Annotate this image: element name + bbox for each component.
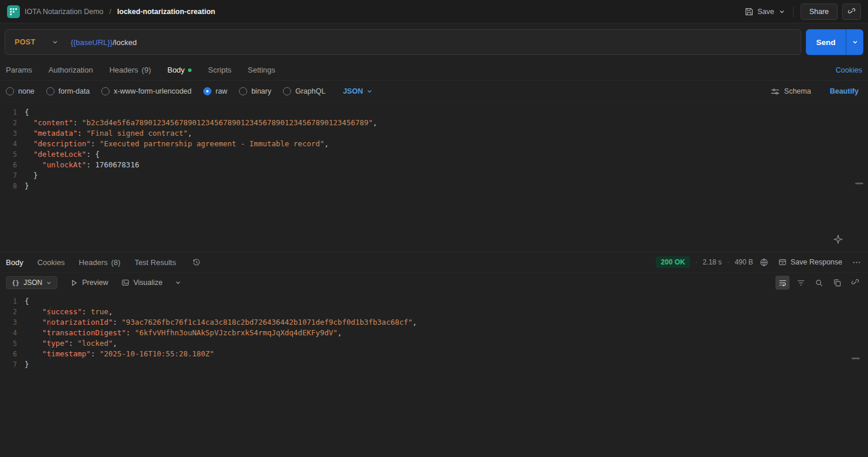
copy-link-button[interactable] [842, 4, 861, 20]
visualize-button[interactable]: Visualize [121, 279, 163, 287]
code-line: 7 } [0, 170, 868, 181]
send-button[interactable]: Send [806, 29, 846, 55]
body-content-dot [188, 68, 192, 72]
request-body-editor[interactable]: 1{2 "content": "b2c3d4e5f6a7890123456789… [0, 102, 868, 252]
line-number: 5 [0, 149, 25, 160]
breadcrumb-workspace[interactable]: IOTA Notarization Demo [25, 8, 104, 16]
tab-count: (8) [111, 258, 121, 267]
visualize-options-button[interactable] [171, 276, 185, 290]
tab-body[interactable]: Body [168, 66, 192, 74]
cookies-link[interactable]: Cookies [836, 66, 862, 74]
network-info-button[interactable] [758, 258, 770, 267]
line-number: 6 [0, 160, 25, 170]
line-number: 4 [0, 328, 25, 338]
code-line: 7} [0, 359, 868, 370]
response-toolbar: {} JSON Preview Visualize [0, 273, 868, 293]
tab-authorization[interactable]: Authorization [49, 66, 93, 74]
workspace-logo-icon[interactable] [7, 5, 20, 18]
language-label: JSON [343, 87, 363, 95]
breadcrumb-request-name[interactable]: locked-notarization-creation [117, 8, 215, 16]
save-button[interactable]: Save [743, 5, 777, 18]
response-scrollbar-handle[interactable] [852, 358, 860, 359]
history-icon [192, 258, 201, 267]
postbot-icon[interactable] [833, 234, 843, 245]
tab-scripts[interactable]: Scripts [208, 66, 231, 74]
line-number: 4 [0, 139, 25, 149]
wrap-text-button[interactable] [775, 276, 790, 290]
more-icon [852, 258, 861, 267]
line-number: 1 [0, 296, 25, 307]
body-type-urlencoded[interactable]: x-www-form-urlencoded [101, 87, 192, 95]
url-input[interactable]: {{baseURL}} /locked [66, 38, 137, 47]
more-options-button[interactable] [851, 258, 862, 267]
image-icon [121, 279, 129, 287]
save-response-icon [778, 258, 787, 266]
tab-label: Cookies [37, 258, 65, 267]
save-response-button[interactable]: Save Response [775, 257, 846, 267]
method-label: POST [15, 38, 36, 46]
response-tab-headers[interactable]: Headers (8) [79, 258, 121, 267]
response-tab-test-results[interactable]: Test Results [135, 258, 176, 267]
code-line: 1{ [0, 107, 868, 118]
code-line: 3 "notarizationId": "93ac7626fbc76f1c14c… [0, 317, 868, 328]
response-format-select[interactable]: {} JSON [6, 276, 57, 289]
response-history-button[interactable] [192, 258, 201, 267]
tab-label: Body [168, 66, 185, 74]
line-number: 2 [0, 118, 25, 128]
radio-icon [46, 87, 54, 95]
search-button[interactable] [812, 276, 826, 290]
separator-dot: · [695, 258, 698, 266]
response-tab-cookies[interactable]: Cookies [37, 258, 65, 267]
body-type-binary[interactable]: binary [239, 87, 271, 95]
body-type-form-data[interactable]: form-data [46, 87, 90, 95]
globe-icon [760, 258, 768, 267]
send-options-button[interactable] [846, 29, 863, 55]
code-line: 1{ [0, 296, 868, 307]
method-select[interactable]: POST [5, 30, 66, 54]
tab-params[interactable]: Params [6, 66, 32, 74]
tab-label: Headers [79, 258, 108, 267]
tab-headers[interactable]: Headers (9) [110, 66, 151, 74]
line-number: 7 [0, 359, 25, 370]
save-icon [745, 8, 753, 16]
radio-label: form-data [59, 87, 90, 95]
chevron-down-icon [779, 9, 785, 15]
response-code: 1{2 "success": true,3 "notarizationId": … [0, 296, 868, 370]
indent-guide [50, 307, 50, 359]
format-label: JSON [23, 279, 42, 287]
share-button[interactable]: Share [801, 4, 838, 20]
filter-icon [797, 279, 805, 287]
request-scrollbar-handle[interactable] [855, 183, 863, 184]
body-type-graphql[interactable]: GraphQL [283, 87, 325, 95]
code-line: 5 "deleteLock": { [0, 149, 868, 160]
filter-button[interactable] [794, 276, 808, 290]
visualize-label: Visualize [134, 279, 163, 287]
beautify-button[interactable]: Beautify [826, 87, 862, 96]
preview-button[interactable]: Preview [70, 279, 108, 287]
tab-settings[interactable]: Settings [248, 66, 275, 74]
schema-toggle[interactable]: Schema [767, 87, 815, 97]
body-type-raw[interactable]: raw [203, 87, 227, 95]
tab-label: Test Results [135, 258, 176, 267]
request-code: 1{2 "content": "b2c3d4e5f6a7890123456789… [0, 107, 868, 191]
response-body-editor[interactable]: 1{2 "success": true,3 "notarizationId": … [0, 293, 868, 457]
line-number: 3 [0, 317, 25, 328]
response-tab-body[interactable]: Body [6, 258, 23, 267]
save-options-button[interactable] [778, 6, 786, 17]
body-type-none[interactable]: none [6, 87, 35, 95]
code-line: 2 "success": true, [0, 307, 868, 317]
line-number: 1 [0, 107, 25, 118]
search-icon [815, 279, 823, 287]
chevron-down-icon [46, 280, 52, 286]
radio-label: binary [251, 87, 271, 95]
schema-label: Schema [784, 87, 811, 95]
header-divider [793, 6, 794, 17]
share-button-label: Share [809, 8, 829, 16]
radio-label: x-www-form-urlencoded [114, 87, 192, 95]
share-link-button[interactable] [848, 276, 862, 290]
copy-button[interactable] [830, 276, 844, 290]
body-type-row: none form-data x-www-form-urlencoded raw… [0, 81, 868, 102]
chevron-down-icon [367, 88, 373, 94]
language-select[interactable]: JSON [340, 87, 376, 96]
send-button-group: Send [806, 29, 863, 55]
